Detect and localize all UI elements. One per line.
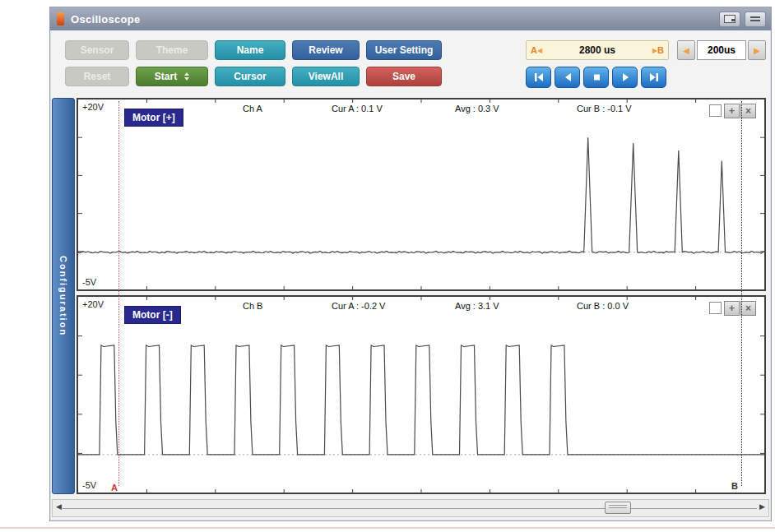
- cursor-b-line[interactable]: [741, 101, 742, 486]
- playback-skip-end-button[interactable]: [641, 67, 666, 88]
- channel-b-panel: +20V -5V Motor [-] Ch B Cur A : -0.2 V A…: [77, 295, 766, 494]
- scrollbar-right-arrow-icon[interactable]: ▶: [759, 502, 765, 511]
- stop-icon: [591, 72, 602, 83]
- ab-interval-control[interactable]: A ◀ 2800 us ▶ B: [526, 40, 669, 60]
- cursor-button[interactable]: Cursor: [215, 67, 285, 86]
- save-button[interactable]: Save: [366, 67, 442, 86]
- scrollbar-thumb[interactable]: [605, 502, 631, 514]
- playback-skip-start-button[interactable]: [526, 67, 551, 88]
- timebase-value: 200us: [697, 40, 746, 60]
- channel-a-panel: +20V -5V Motor [+] Ch A Cur A : 0.1 V Av…: [77, 98, 766, 291]
- window-restore-button[interactable]: [719, 12, 740, 27]
- channel-a-add-button[interactable]: +: [724, 104, 740, 118]
- channel-b-add-button[interactable]: +: [724, 301, 740, 316]
- scrollbar-track-line: [63, 508, 757, 509]
- scrollbar-left-arrow-icon[interactable]: ◀: [56, 502, 62, 511]
- channel-a-avg-value: Avg : 0.3 V: [455, 104, 499, 113]
- oscilloscope-window: Oscilloscope SensorThemeNameReviewUser S…: [49, 7, 772, 521]
- viewall-button[interactable]: ViewAll: [292, 67, 360, 86]
- start-button[interactable]: Start: [136, 67, 208, 86]
- timebase-increase-button[interactable]: ▶: [748, 40, 766, 60]
- theme-button: Theme: [136, 40, 208, 60]
- channel-b-checkbox[interactable]: [709, 302, 722, 314]
- restore-icon: [724, 15, 736, 23]
- channel-b-avg-value: Avg : 3.1 V: [455, 301, 499, 311]
- channel-b-top-scale: +20V: [82, 299, 104, 309]
- name-button[interactable]: Name: [215, 40, 285, 60]
- skip-end-icon: [648, 72, 660, 83]
- channel-a-waveform: [78, 99, 764, 289]
- window-title: Oscilloscope: [71, 13, 715, 25]
- review-button[interactable]: Review: [292, 40, 360, 60]
- playback-play-button[interactable]: [612, 67, 638, 88]
- channel-a-label: Ch A: [243, 104, 262, 113]
- channel-a-cursor-a-value: Cur A : 0.1 V: [332, 104, 383, 113]
- channel-a-bottom-scale: -5V: [82, 277, 96, 287]
- page-bottom-divider: [0, 527, 775, 529]
- channel-a-name-badge[interactable]: Motor [+]: [124, 109, 183, 127]
- playback-step-back-button[interactable]: [555, 67, 580, 88]
- playback-stop-button[interactable]: [583, 67, 609, 88]
- channel-a-close-button[interactable]: ×: [740, 104, 756, 118]
- cursor-a-label: A: [111, 483, 118, 493]
- skip-start-icon: [533, 72, 545, 83]
- step-back-icon: [562, 72, 573, 83]
- channel-b-close-button[interactable]: ×: [740, 301, 756, 316]
- channel-b-bottom-scale: -5V: [82, 480, 96, 490]
- reset-button: Reset: [65, 67, 129, 86]
- user-setting-button[interactable]: User Setting: [366, 40, 442, 60]
- cursor-b-marker: B: [657, 45, 664, 55]
- channel-b-cursor-b-value: Cur B : 0.0 V: [577, 301, 629, 311]
- left-arrow-icon: ◀: [683, 46, 689, 55]
- channel-a-cursor-b-value: Cur B : -0.1 V: [577, 104, 632, 113]
- channel-b-label: Ch B: [243, 301, 262, 311]
- channel-a-top-scale: +20V: [82, 102, 104, 112]
- cursor-a-line[interactable]: [118, 101, 119, 486]
- channel-b-name-badge[interactable]: Motor [-]: [124, 306, 181, 324]
- titlebar: Oscilloscope: [50, 7, 771, 30]
- cursor-b-label: B: [731, 481, 738, 491]
- sensor-button: Sensor: [65, 40, 129, 60]
- app-icon: [57, 12, 64, 25]
- play-icon: [620, 72, 631, 83]
- configuration-tab[interactable]: Configuration: [52, 98, 75, 494]
- channels-area: +20V -5V Motor [+] Ch A Cur A : 0.1 V Av…: [77, 98, 766, 494]
- timebase-decrease-button[interactable]: ◀: [677, 40, 695, 60]
- horizontal-scrollbar[interactable]: ◀ ▶: [52, 499, 769, 517]
- right-arrow-icon: ▶: [754, 46, 760, 55]
- channel-b-cursor-a-value: Cur A : -0.2 V: [332, 301, 385, 311]
- channel-b-waveform: [78, 297, 764, 493]
- cursor-a-marker: A: [531, 45, 537, 55]
- channel-a-checkbox[interactable]: [709, 104, 722, 117]
- start-spinner-icon[interactable]: [184, 72, 189, 81]
- ab-interval-value: 2800 us: [542, 44, 652, 56]
- window-minimize-button[interactable]: [745, 12, 766, 27]
- minimize-icon: [750, 16, 760, 21]
